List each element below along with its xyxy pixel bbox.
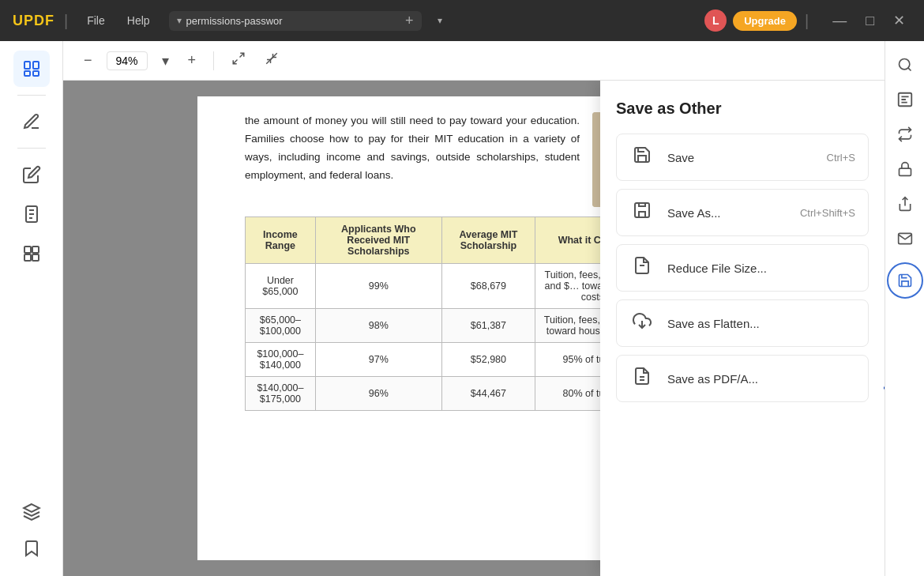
window-controls: — □ ✕ [826, 10, 911, 31]
svg-rect-0 [24, 62, 30, 69]
zoom-in-button[interactable]: + [183, 49, 201, 72]
save-shortcut: Ctrl+S [827, 152, 855, 164]
svg-rect-9 [32, 247, 39, 253]
save-as-icon [629, 201, 655, 224]
flatten-icon [629, 311, 655, 335]
save-panel-title: Save as Other [616, 100, 869, 118]
protect-button[interactable] [889, 153, 921, 185]
sidebar-divider-1 [17, 95, 46, 96]
sidebar-item-layers[interactable] [13, 494, 50, 530]
income-cell: $100,000–$140,000 [246, 343, 316, 377]
share-button[interactable] [889, 188, 921, 220]
flatten-label: Save as Flatten... [667, 317, 855, 330]
email-button[interactable] [889, 223, 921, 254]
sidebar-item-organize[interactable] [13, 235, 50, 272]
svg-line-27 [907, 68, 911, 71]
maximize-button[interactable]: □ [859, 10, 881, 31]
svg-rect-10 [24, 254, 31, 261]
avg-scholarship-cell: $44,467 [441, 377, 535, 411]
title-sep: | [64, 12, 68, 30]
save-option-pdfa[interactable]: Save as PDF/A... [616, 355, 869, 402]
applicants-cell: 99% [315, 264, 441, 309]
pdf-body-text: the amount of money you will still need … [245, 112, 580, 196]
svg-rect-20 [635, 203, 649, 217]
close-button[interactable]: ✕ [887, 10, 911, 31]
sidebar-item-reader[interactable] [13, 51, 50, 87]
svg-line-14 [233, 60, 237, 64]
reduce-icon [629, 256, 655, 280]
avg-scholarship-cell: $52,980 [441, 343, 535, 377]
applicants-cell: 96% [315, 377, 441, 411]
content-area: − ▾ + the amount of money you will still… [63, 41, 885, 576]
table-header-scholarship: Average MIT Scholarship [441, 217, 535, 264]
sidebar-divider-2 [17, 148, 46, 149]
save-option-save[interactable]: Save Ctrl+S [616, 134, 869, 181]
toolbar-separator [213, 51, 214, 70]
tab-dropdown-icon[interactable]: ▾ [177, 15, 182, 26]
avg-scholarship-cell: $68,679 [441, 264, 535, 309]
save-as-label: Save As... [667, 206, 787, 220]
zoom-dropdown-button[interactable]: ▾ [157, 49, 174, 73]
svg-rect-2 [24, 71, 30, 76]
sidebar-item-pages[interactable] [13, 196, 50, 232]
sep2: | [805, 12, 809, 30]
svg-marker-12 [24, 504, 39, 512]
income-cell: $65,000–$100,000 [246, 309, 316, 343]
zoom-out-button[interactable]: − [79, 49, 97, 72]
avg-scholarship-cell: $61,387 [441, 309, 535, 343]
svg-rect-1 [33, 62, 39, 69]
fit-width-button[interactable] [260, 48, 284, 73]
save-panel: Save as Other Save Ctrl+S Save As... Ctr… [600, 81, 885, 576]
search-right-button[interactable] [889, 49, 921, 81]
ocr-button[interactable] [889, 84, 921, 115]
svg-line-16 [266, 58, 272, 64]
svg-line-13 [240, 53, 244, 57]
applicants-cell: 98% [315, 309, 441, 343]
save-option-save-as[interactable]: Save As... Ctrl+Shift+S [616, 189, 869, 236]
sidebar-left [0, 41, 63, 576]
svg-rect-8 [24, 247, 31, 253]
menu-help[interactable]: Help [118, 11, 160, 30]
title-bar: UPDF | File Help ▾ permissions-passwor +… [0, 0, 924, 41]
income-cell: Under $65,000 [246, 264, 316, 309]
upgrade-button[interactable]: Upgrade [733, 11, 797, 31]
sidebar-right [885, 41, 924, 576]
menu-bar: File Help [77, 11, 159, 30]
svg-point-26 [899, 59, 909, 70]
sidebar-item-edit[interactable] [13, 156, 50, 193]
tab-bar: ▾ permissions-passwor + [169, 11, 422, 31]
sidebar-item-annotate[interactable] [13, 104, 50, 140]
pdf-area: the amount of money you will still need … [63, 81, 885, 576]
save-other-button[interactable] [887, 262, 923, 299]
tab-chevron-icon[interactable]: ▾ [438, 15, 442, 26]
main-layout: − ▾ + the amount of money you will still… [0, 41, 924, 576]
save-label: Save [667, 151, 814, 164]
table-header-income: Income Range [246, 217, 316, 264]
app-logo: UPDF [13, 13, 54, 29]
save-option-flatten[interactable]: Save as Flatten... [616, 299, 869, 347]
tab-label: permissions-passwor [186, 15, 400, 27]
income-cell: $140,000–$175,000 [246, 377, 316, 411]
reduce-label: Reduce File Size... [667, 262, 855, 275]
svg-rect-11 [32, 254, 39, 261]
table-header-applicants: Applicants Who Received MIT Scholarships [315, 217, 441, 264]
zoom-input[interactable] [107, 51, 148, 70]
arrow-annotation [876, 364, 885, 393]
title-actions: L Upgrade | — □ ✕ [704, 9, 911, 32]
minimize-button[interactable]: — [826, 10, 853, 31]
toolbar: − ▾ + [63, 41, 885, 81]
save-as-shortcut: Ctrl+Shift+S [800, 207, 855, 219]
sidebar-item-bookmark[interactable] [13, 530, 50, 567]
pdfa-icon [629, 367, 655, 390]
avatar: L [704, 9, 727, 32]
convert-button[interactable] [889, 119, 921, 150]
svg-rect-29 [899, 168, 911, 175]
fit-page-button[interactable] [227, 48, 250, 73]
applicants-cell: 97% [315, 343, 441, 377]
save-option-reduce[interactable]: Reduce File Size... [616, 244, 869, 292]
tab-add-button[interactable]: + [405, 13, 414, 29]
pdfa-label: Save as PDF/A... [667, 372, 855, 386]
menu-file[interactable]: File [77, 11, 115, 30]
save-icon [629, 145, 655, 169]
svg-rect-3 [33, 71, 39, 76]
